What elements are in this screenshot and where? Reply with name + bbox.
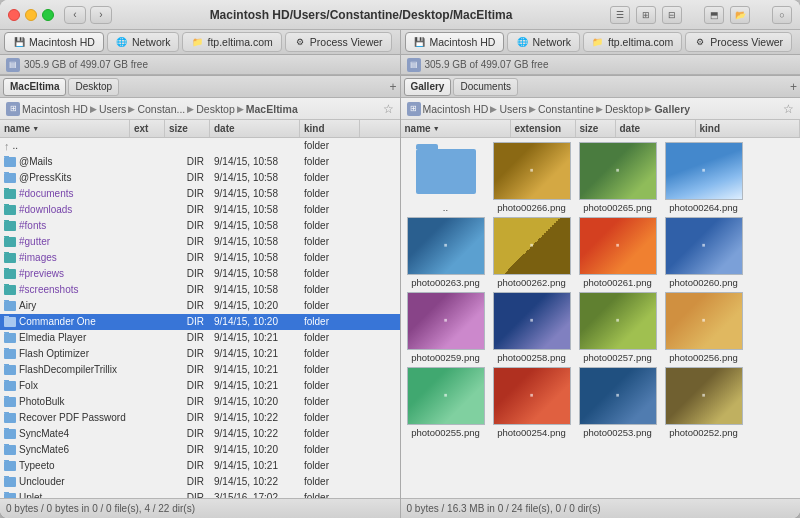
file-row[interactable]: PhotoBulk DIR 9/14/15, 10:20 folder — [0, 394, 400, 410]
file-row[interactable]: #gutter DIR 9/14/15, 10:58 folder — [0, 234, 400, 250]
file-row[interactable]: Unclouder DIR 9/14/15, 10:22 folder — [0, 474, 400, 490]
file-row[interactable]: Recover PDF Password DIR 9/14/15, 10:22 … — [0, 410, 400, 426]
col-header-name[interactable]: name ▼ — [0, 120, 130, 137]
left-bc-5[interactable]: MacEltima — [246, 103, 298, 115]
file-row[interactable]: #images DIR 9/14/15, 10:58 folder — [0, 250, 400, 266]
gallery-item[interactable]: ⬝ photo00257.png — [577, 292, 659, 363]
file-row[interactable]: #documents DIR 9/14/15, 10:58 folder — [0, 186, 400, 202]
file-row[interactable]: FlashDecompilerTrillix DIR 9/14/15, 10:2… — [0, 362, 400, 378]
file-row[interactable]: SyncMate6 DIR 9/14/15, 10:20 folder — [0, 442, 400, 458]
folder-icon — [4, 221, 16, 231]
view-grid-icon[interactable]: ⊟ — [662, 6, 682, 24]
file-row[interactable]: #previews DIR 9/14/15, 10:58 folder — [0, 266, 400, 282]
file-row[interactable]: Folx DIR 9/14/15, 10:21 folder — [0, 378, 400, 394]
file-row[interactable]: Airy DIR 9/14/15, 10:20 folder — [0, 298, 400, 314]
rcol-header-size[interactable]: size — [576, 120, 616, 137]
view-icon-icon[interactable]: ⊞ — [636, 6, 656, 24]
gallery-item[interactable]: ⬝ photo00265.png — [577, 142, 659, 213]
left-tab-machd[interactable]: Macintosh HD — [4, 32, 104, 52]
right-tab-network[interactable]: Network — [507, 32, 580, 52]
left-panel-tab-maceltima[interactable]: MacEltima — [3, 78, 66, 96]
file-row[interactable]: Typeeto DIR 9/14/15, 10:21 folder — [0, 458, 400, 474]
col-header-date[interactable]: date — [210, 120, 300, 137]
right-bc-5[interactable]: Gallery — [654, 103, 690, 115]
left-file-list[interactable]: ↑ .. folder @Mails DIR 9/14/15, 10:58 fo… — [0, 138, 400, 498]
file-row[interactable]: @Mails DIR 9/14/15, 10:58 folder — [0, 154, 400, 170]
left-tab-ftp[interactable]: ftp.eltima.com — [182, 32, 281, 52]
gallery-grid[interactable]: .. ⬝ photo00266.png ⬝ photo00265.png ⬝ p… — [401, 138, 801, 498]
close-button[interactable] — [8, 9, 20, 21]
share-icon[interactable]: ○ — [772, 6, 792, 24]
gallery-item[interactable]: ⬝ photo00259.png — [405, 292, 487, 363]
rcol-header-kind[interactable]: kind — [696, 120, 801, 137]
left-bc-2[interactable]: Users — [99, 103, 126, 115]
add-panel-button-right[interactable]: + — [790, 80, 797, 94]
rcol-header-ext[interactable]: extension — [511, 120, 576, 137]
view-list-icon[interactable]: ☰ — [610, 6, 630, 24]
gallery-item[interactable]: ⬝ photo00258.png — [491, 292, 573, 363]
rcol-header-name[interactable]: name ▼ — [401, 120, 511, 137]
file-name: Typeeto — [19, 460, 55, 471]
gallery-item[interactable]: ⬝ photo00255.png — [405, 367, 487, 438]
file-kind: folder — [300, 188, 360, 199]
gallery-item[interactable]: ⬝ photo00263.png — [405, 217, 487, 288]
right-tab-machd[interactable]: Macintosh HD — [405, 32, 505, 52]
file-kind: folder — [300, 300, 360, 311]
gallery-item[interactable]: ⬝ photo00266.png — [491, 142, 573, 213]
left-bc-1[interactable]: Macintosh HD — [22, 103, 88, 115]
left-tab-network[interactable]: Network — [107, 32, 180, 52]
right-bc-4[interactable]: Desktop — [605, 103, 644, 115]
file-date: 9/14/15, 10:58 — [210, 236, 300, 247]
right-bc-2[interactable]: Users — [499, 103, 526, 115]
traffic-lights — [8, 9, 54, 21]
gallery-label: photo00264.png — [669, 202, 738, 213]
gallery-item[interactable]: ⬝ photo00264.png — [663, 142, 745, 213]
sync-icon[interactable]: ⬒ — [704, 6, 724, 24]
gallery-item[interactable]: .. — [405, 142, 487, 213]
left-panel-tab-desktop[interactable]: Desktop — [68, 78, 119, 96]
file-row[interactable]: Elmedia Player DIR 9/14/15, 10:21 folder — [0, 330, 400, 346]
bookmark-button-right[interactable]: ☆ — [783, 102, 794, 116]
right-tab-process[interactable]: Process Viewer — [685, 32, 792, 52]
file-kind: folder — [300, 156, 360, 167]
gallery-item[interactable]: ⬝ photo00261.png — [577, 217, 659, 288]
file-row[interactable]: #downloads DIR 9/14/15, 10:58 folder — [0, 202, 400, 218]
bookmark-button-left[interactable]: ☆ — [383, 102, 394, 116]
col-header-kind[interactable]: kind — [300, 120, 360, 137]
file-row[interactable]: SyncMate4 DIR 9/14/15, 10:22 folder — [0, 426, 400, 442]
left-tab-process[interactable]: Process Viewer — [285, 32, 392, 52]
right-panel-tab-documents[interactable]: Documents — [453, 78, 518, 96]
file-row[interactable]: @PressKits DIR 9/14/15, 10:58 folder — [0, 170, 400, 186]
minimize-button[interactable] — [25, 9, 37, 21]
right-bc-3[interactable]: Constantine — [538, 103, 594, 115]
file-row[interactable]: Commander One DIR 9/14/15, 10:20 folder — [0, 314, 400, 330]
col-header-ext[interactable]: ext — [130, 120, 165, 137]
right-panel-tab-gallery[interactable]: Gallery — [404, 78, 452, 96]
folder-icon[interactable]: 📂 — [730, 6, 750, 24]
file-date: 9/14/15, 10:58 — [210, 252, 300, 263]
file-row[interactable]: Flash Optimizer DIR 9/14/15, 10:21 folde… — [0, 346, 400, 362]
maximize-button[interactable] — [42, 9, 54, 21]
back-button[interactable]: ‹ — [64, 6, 86, 24]
file-row[interactable]: ↑ .. folder — [0, 138, 400, 154]
file-kind: folder — [300, 396, 360, 407]
gallery-item[interactable]: ⬝ photo00254.png — [491, 367, 573, 438]
forward-button[interactable]: › — [90, 6, 112, 24]
file-row[interactable]: #screenshots DIR 9/14/15, 10:58 folder — [0, 282, 400, 298]
left-status-bar: ▤ 305.9 GB of 499.07 GB free — [0, 55, 400, 75]
add-panel-button[interactable]: + — [389, 80, 396, 94]
file-row[interactable]: #fonts DIR 9/14/15, 10:58 folder — [0, 218, 400, 234]
right-bc-1[interactable]: Macintosh HD — [423, 103, 489, 115]
file-row[interactable]: Uplet DIR 3/15/16, 17:02 folder — [0, 490, 400, 498]
col-header-size[interactable]: size — [165, 120, 210, 137]
left-bc-4[interactable]: Desktop — [196, 103, 235, 115]
left-bc-3[interactable]: Constan... — [137, 103, 185, 115]
gallery-item[interactable]: ⬝ photo00253.png — [577, 367, 659, 438]
gallery-item[interactable]: ⬝ photo00252.png — [663, 367, 745, 438]
gallery-item[interactable]: ⬝ photo00260.png — [663, 217, 745, 288]
gallery-item[interactable]: ⬝ photo00262.png — [491, 217, 573, 288]
gallery-item[interactable]: ⬝ photo00256.png — [663, 292, 745, 363]
file-date: 9/14/15, 10:58 — [210, 284, 300, 295]
rcol-header-date[interactable]: date — [616, 120, 696, 137]
right-tab-ftp[interactable]: ftp.eltima.com — [583, 32, 682, 52]
